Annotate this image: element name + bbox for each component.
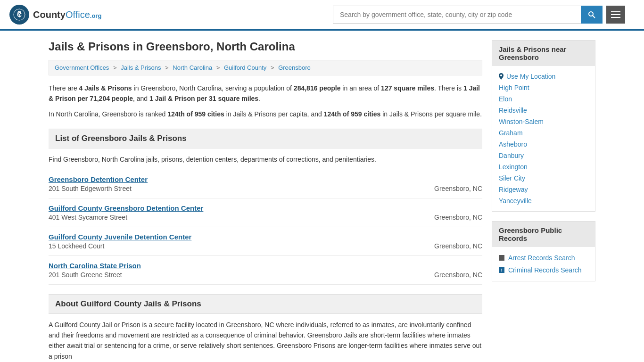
page-title: Jails & Prisons in Greensboro, North Car… — [49, 40, 482, 53]
breadcrumb: Government Offices > Jails & Prisons > N… — [49, 60, 482, 75]
criminal-records-icon: ! — [499, 267, 504, 273]
facility-item: Guilford County Greensboro Detention Cen… — [49, 198, 482, 227]
logo-text: CountyOffice.org — [33, 9, 101, 20]
nearby-city-5[interactable]: Asheboro — [499, 139, 588, 150]
nearby-city-10[interactable]: Yanceyville — [499, 195, 588, 206]
content-area: Jails & Prisons in Greensboro, North Car… — [49, 40, 482, 362]
nearby-city-1[interactable]: Elon — [499, 93, 588, 105]
records-header: Greensboro Public Records — [492, 222, 595, 247]
breadcrumb-sep-1: > — [113, 64, 117, 71]
location-pin-icon — [499, 73, 504, 80]
breadcrumb-sep-2: > — [165, 64, 169, 71]
facility-location-1: Greensboro, NC — [434, 204, 482, 221]
breadcrumb-item-nc[interactable]: North Carolina — [173, 64, 212, 71]
breadcrumb-item-govt[interactable]: Government Offices — [55, 64, 109, 71]
facility-item: North Carolina State Prison 201 South Gr… — [49, 256, 482, 285]
search-area — [333, 6, 625, 24]
site-header: C CountyOffice.org — [0, 0, 644, 31]
records-content: Arrest Records Search ! Criminal Records… — [492, 247, 595, 281]
nearby-city-9[interactable]: Ridgeway — [499, 184, 588, 195]
nearby-box: Jails & Prisons near Greensboro Use My L… — [492, 40, 595, 212]
arrest-records-item: Arrest Records Search — [499, 252, 588, 264]
about-section-header: About Guilford County Jails & Prisons — [49, 294, 482, 314]
use-location-link[interactable]: Use My Location — [499, 71, 588, 82]
nearby-content: Use My Location High PointElonReidsville… — [492, 66, 595, 211]
facility-location-3: Greensboro, NC — [434, 262, 482, 279]
nearby-cities: High PointElonReidsvilleWinston-SalemGra… — [499, 82, 588, 206]
arrest-records-icon — [499, 255, 504, 261]
svg-point-4 — [589, 12, 593, 16]
criminal-records-item: ! Criminal Records Search — [499, 264, 588, 276]
facility-address-3: 201 South Greene Street — [49, 271, 434, 279]
facilities-list: Greensboro Detention Center 201 South Ed… — [49, 170, 482, 285]
arrest-records-link[interactable]: Arrest Records Search — [508, 254, 575, 262]
facility-name-2[interactable]: Guilford County Juvenile Detention Cente… — [49, 233, 434, 241]
info-paragraph-1: There are 4 Jails & Prisons in Greensbor… — [49, 83, 482, 104]
facility-location-0: Greensboro, NC — [434, 175, 482, 192]
info-paragraph-2: In North Carolina, Greensboro is ranked … — [49, 109, 482, 119]
svg-line-5 — [593, 16, 595, 18]
nearby-city-3[interactable]: Winston-Salem — [499, 116, 588, 127]
menu-button[interactable] — [606, 6, 625, 24]
about-text: A Guilford County Jail or Prison is a se… — [49, 320, 482, 362]
nearby-city-4[interactable]: Graham — [499, 127, 588, 139]
search-button[interactable] — [581, 6, 603, 24]
nearby-city-8[interactable]: Siler City — [499, 173, 588, 184]
facility-name-1[interactable]: Guilford County Greensboro Detention Cen… — [49, 204, 434, 212]
breadcrumb-sep-3: > — [216, 64, 220, 71]
nearby-header: Jails & Prisons near Greensboro — [492, 41, 595, 66]
nearby-city-6[interactable]: Danbury — [499, 150, 588, 161]
facility-address-2: 15 Lockheed Court — [49, 242, 434, 250]
main-container: Jails & Prisons in Greensboro, North Car… — [39, 31, 605, 362]
facility-address-0: 201 South Edgeworth Street — [49, 185, 434, 192]
facility-name-3[interactable]: North Carolina State Prison — [49, 262, 434, 270]
facility-item: Greensboro Detention Center 201 South Ed… — [49, 170, 482, 198]
list-section-header: List of Greensboro Jails & Prisons — [49, 129, 482, 148]
search-input[interactable] — [333, 6, 581, 24]
sidebar: Jails & Prisons near Greensboro Use My L… — [492, 40, 595, 362]
breadcrumb-item-jails[interactable]: Jails & Prisons — [121, 64, 161, 71]
nearby-city-0[interactable]: High Point — [499, 82, 588, 93]
facility-location-2: Greensboro, NC — [434, 233, 482, 250]
breadcrumb-item-city[interactable]: Greensboro — [278, 64, 311, 71]
facility-address-1: 401 West Sycamore Street — [49, 214, 434, 221]
nearby-city-7[interactable]: Lexington — [499, 161, 588, 173]
breadcrumb-sep-4: > — [271, 64, 274, 71]
list-description: Find Greensboro, North Carolina jails, p… — [49, 154, 482, 165]
nearby-city-2[interactable]: Reidsville — [499, 105, 588, 116]
public-records-box: Greensboro Public Records Arrest Records… — [492, 221, 595, 281]
facility-item: Guilford County Juvenile Detention Cente… — [49, 227, 482, 256]
facility-name-0[interactable]: Greensboro Detention Center — [49, 175, 434, 183]
criminal-records-link[interactable]: Criminal Records Search — [508, 266, 582, 274]
logo-area: C CountyOffice.org — [9, 5, 101, 25]
logo-icon: C — [9, 5, 29, 25]
breadcrumb-item-county[interactable]: Guilford County — [224, 64, 266, 71]
svg-point-6 — [500, 74, 502, 76]
